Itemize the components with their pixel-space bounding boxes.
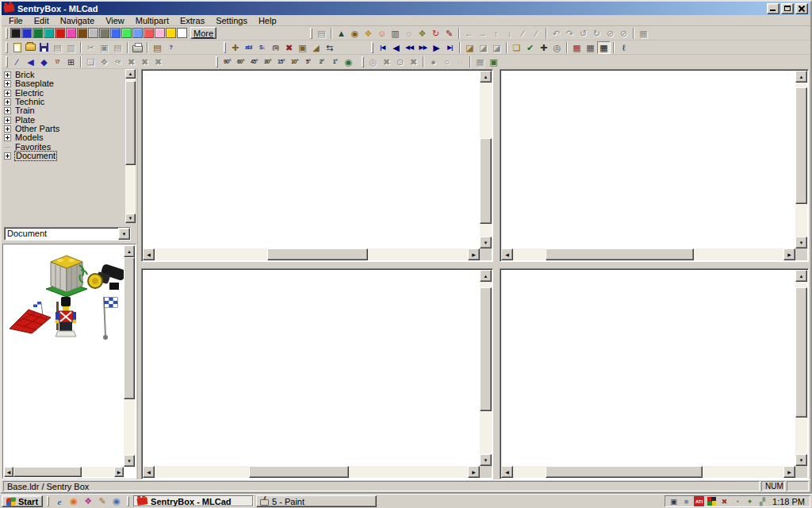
- scrollbar-thumb[interactable]: [124, 257, 135, 399]
- scrollbar-thumb[interactable]: [546, 248, 695, 260]
- color-swatch-15[interactable]: [166, 28, 176, 38]
- view-hide-button[interactable]: ◪: [477, 41, 490, 54]
- exchange-button[interactable]: ⇆: [323, 41, 336, 54]
- menu-file[interactable]: File: [3, 15, 29, 26]
- paint-button[interactable]: ✎: [442, 27, 456, 40]
- cut-button[interactable]: ✂: [84, 41, 98, 54]
- tray-2-icon[interactable]: ■: [681, 496, 691, 506]
- add-rotation-step-button[interactable]: (S): [269, 41, 282, 54]
- menu-extras[interactable]: Extras: [174, 15, 210, 26]
- preview-horizontal-scrollbar[interactable]: ◀▶: [4, 467, 124, 477]
- maximize-button[interactable]: [781, 3, 794, 14]
- scrollbar-track[interactable]: [513, 466, 783, 478]
- color-swatch-8[interactable]: [88, 28, 98, 38]
- render-view-button[interactable]: ▣: [487, 56, 500, 68]
- bulb-off-button[interactable]: ○: [440, 56, 454, 68]
- scrollbar-track[interactable]: [795, 282, 807, 454]
- scroll-right-arrow-icon[interactable]: ▶: [114, 467, 124, 477]
- rotate-x-pos-button[interactable]: ↷: [563, 27, 576, 40]
- duplicate-button[interactable]: ▣: [296, 41, 309, 54]
- camera-button[interactable]: ▦: [637, 27, 650, 40]
- close-button[interactable]: [795, 3, 808, 14]
- scrollbar-thumb[interactable]: [480, 287, 492, 411]
- scroll-down-arrow-icon[interactable]: ▼: [795, 237, 807, 248]
- rotate-x-neg-button[interactable]: ↶: [550, 27, 563, 40]
- place-mode-button[interactable]: ❏: [510, 41, 523, 54]
- horizontal-splitter[interactable]: [141, 262, 809, 268]
- menu-settings[interactable]: Settings: [210, 15, 253, 26]
- scroll-left-arrow-icon[interactable]: ◀: [4, 467, 13, 477]
- taskbar-divider[interactable]: [47, 496, 49, 506]
- scroll-up-arrow-icon[interactable]: ▲: [480, 270, 492, 282]
- scrollbar-track[interactable]: [13, 467, 114, 477]
- color-swatch-4[interactable]: [44, 28, 54, 38]
- viewport-horizontal-scrollbar[interactable]: ◀▶: [143, 248, 480, 260]
- nav-first-button[interactable]: |◀: [376, 41, 389, 54]
- scroll-up-arrow-icon[interactable]: ▲: [125, 69, 136, 79]
- tilt-right-button[interactable]: ∕: [530, 27, 543, 40]
- scroll-left-arrow-icon[interactable]: ◀: [501, 248, 513, 260]
- rotate-z-neg-button[interactable]: ⊘: [603, 27, 617, 40]
- viewport-vertical-scrollbar[interactable]: ▲▼: [480, 270, 492, 466]
- viewport-horizontal-scrollbar[interactable]: ◀▶: [501, 248, 795, 260]
- tree-scrollbar[interactable]: ▲▼: [125, 69, 136, 223]
- rotate-5-button[interactable]: 5°: [301, 56, 315, 68]
- expand-plus-icon[interactable]: [4, 152, 11, 160]
- scan-parts-button[interactable]: ▤: [151, 41, 164, 54]
- grid-display-button[interactable]: ▦: [473, 56, 487, 68]
- vertical-splitter[interactable]: [493, 69, 500, 262]
- pieces-button[interactable]: ❖: [416, 27, 429, 40]
- expand-plus-icon[interactable]: [4, 90, 11, 97]
- taskbar-divider[interactable]: [127, 496, 129, 506]
- scroll-right-arrow-icon[interactable]: ▶: [783, 466, 795, 478]
- rotate-30-button[interactable]: 30°: [261, 56, 274, 68]
- viewport-canvas-top-left[interactable]: [143, 71, 480, 248]
- rotate-10-button[interactable]: 10°: [288, 56, 301, 68]
- preview-part-flag[interactable]: [98, 294, 119, 341]
- scrollbar-thumb[interactable]: [480, 138, 492, 225]
- move-right-button[interactable]: →: [476, 27, 489, 40]
- scroll-left-arrow-icon[interactable]: ◀: [143, 248, 155, 260]
- color-swatch-14[interactable]: [155, 28, 165, 38]
- scrollbar-track[interactable]: [795, 83, 807, 237]
- scrollbar-track[interactable]: [124, 257, 135, 455]
- scroll-up-arrow-icon[interactable]: ▲: [124, 245, 135, 257]
- color-swatch-12[interactable]: [132, 28, 143, 38]
- scrollbar-track[interactable]: [125, 79, 136, 214]
- rotate-60-button[interactable]: 60°: [234, 56, 247, 68]
- toolbar-grip[interactable]: [310, 28, 312, 39]
- viewport-vertical-scrollbar[interactable]: ▲▼: [795, 270, 807, 466]
- move-mode-button[interactable]: ✚: [537, 41, 550, 54]
- paste-button[interactable]: ▤: [111, 41, 124, 54]
- snapshot-button[interactable]: ▤: [315, 27, 328, 40]
- draw-condline-button[interactable]: \?: [51, 56, 64, 68]
- toolbar-grip[interactable]: [6, 42, 8, 53]
- spotlight-delete-button[interactable]: ✖: [380, 56, 393, 68]
- delete-button[interactable]: ✖: [282, 41, 296, 54]
- scroll-up-arrow-icon[interactable]: ▲: [480, 71, 492, 83]
- loop-button[interactable]: ◌: [454, 56, 467, 68]
- draw-line-button[interactable]: ∕: [10, 56, 24, 68]
- draw-quad-button[interactable]: ◆: [37, 56, 51, 68]
- view-mode-button[interactable]: ◪: [463, 41, 477, 54]
- viewport-canvas-bottom-left[interactable]: [143, 270, 480, 466]
- timer-button[interactable]: ⊙: [393, 56, 407, 68]
- rotate-y-pos-button[interactable]: ↻: [590, 27, 603, 40]
- scrollbar-thumb[interactable]: [249, 466, 349, 478]
- add-part-button[interactable]: ✚: [228, 41, 242, 54]
- grid-coarse-button[interactable]: ▦: [570, 41, 584, 54]
- grid-medium-button[interactable]: ▦: [584, 41, 597, 54]
- quicklaunch-3-button[interactable]: ❖: [82, 495, 94, 507]
- grid-fine-button[interactable]: ▦: [597, 41, 611, 54]
- scroll-down-arrow-icon[interactable]: ▼: [124, 455, 135, 467]
- save-file-button[interactable]: [37, 41, 51, 54]
- scroll-down-arrow-icon[interactable]: ▼: [795, 454, 807, 466]
- task-5-paint[interactable]: 5 - Paint: [256, 495, 377, 507]
- rotate-45-button[interactable]: 45°: [247, 56, 261, 68]
- scroll-right-arrow-icon[interactable]: ▶: [468, 466, 480, 478]
- minimize-button[interactable]: [767, 3, 779, 14]
- toolbar-grip[interactable]: [216, 56, 218, 67]
- expand-plus-icon[interactable]: [4, 134, 11, 141]
- group-explode-button[interactable]: <e: [111, 56, 124, 68]
- scroll-down-arrow-icon[interactable]: ▼: [480, 454, 492, 466]
